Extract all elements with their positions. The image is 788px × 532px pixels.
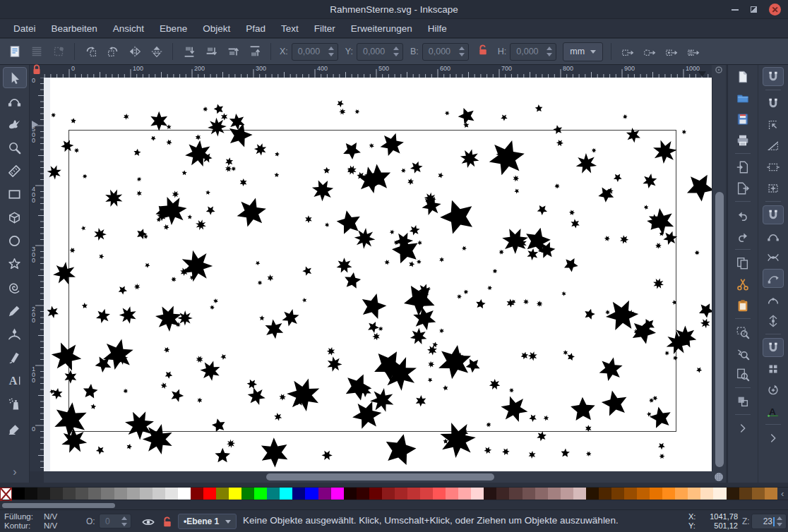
lower-button[interactable]: [200, 42, 222, 62]
palette-swatch[interactable]: [382, 488, 395, 500]
palette-swatch[interactable]: [765, 488, 777, 500]
layer-visibility-toggle[interactable]: [141, 515, 155, 532]
palette-swatch[interactable]: [395, 488, 407, 500]
vertical-ruler[interactable]: 6005004003002001000: [30, 78, 44, 471]
close-button[interactable]: ✕: [769, 4, 781, 16]
snap-object-centers-toggle[interactable]: [763, 359, 784, 378]
layer-lock-toggle[interactable]: [160, 515, 174, 532]
palette-swatch[interactable]: [12, 488, 25, 500]
commands-overflow-button[interactable]: [732, 418, 753, 437]
horizontal-scroll-thumb[interactable]: [266, 473, 494, 480]
print-button[interactable]: [732, 131, 753, 150]
palette-swatch[interactable]: [611, 488, 624, 500]
selector-tool[interactable]: [3, 67, 27, 88]
palette-swatch[interactable]: [292, 488, 305, 500]
spray-tool[interactable]: [3, 393, 27, 414]
palette-swatch[interactable]: [586, 488, 599, 500]
vertical-scrollbar[interactable]: [712, 78, 726, 471]
snap-bbox-centers-toggle[interactable]: [763, 179, 784, 198]
palette-swatch[interactable]: [369, 488, 382, 500]
palette-swatch[interactable]: [76, 488, 88, 500]
palette-scrollbar[interactable]: [0, 502, 788, 509]
snap-bbox-toggle[interactable]: [763, 94, 784, 113]
palette-swatch[interactable]: [496, 488, 509, 500]
duplicate-button[interactable]: [732, 392, 753, 411]
snap-overflow-button[interactable]: [763, 428, 784, 447]
palette-swatch[interactable]: [713, 488, 726, 500]
palette-swatch[interactable]: [165, 488, 178, 500]
palette-swatch[interactable]: [700, 488, 713, 500]
raise-button[interactable]: [222, 42, 244, 62]
zoom-selection-button[interactable]: [732, 322, 753, 341]
menu-item-filter[interactable]: Filter: [306, 20, 343, 37]
width-input[interactable]: 0,000: [422, 43, 469, 61]
star-tool[interactable]: [3, 253, 27, 274]
zoom-page-button[interactable]: [732, 365, 753, 384]
vertical-scroll-thumb[interactable]: [715, 192, 724, 467]
import-button[interactable]: [732, 157, 753, 176]
menu-item-datei[interactable]: Datei: [6, 20, 44, 37]
zoom-tool[interactable]: [3, 137, 27, 158]
layer-dropdown[interactable]: •Ebene 1: [178, 514, 237, 529]
palette-swatch[interactable]: [535, 488, 548, 500]
palette-swatch[interactable]: [548, 488, 561, 500]
scale-stroke-toggle[interactable]: [616, 42, 638, 62]
palette-swatch[interactable]: [675, 488, 688, 500]
lock-ratio-icon[interactable]: [472, 42, 494, 62]
menu-item-hilfe[interactable]: Hilfe: [420, 20, 455, 37]
text-tool[interactable]: A: [3, 370, 27, 391]
menu-item-ansicht[interactable]: Ansicht: [105, 20, 152, 37]
eraser-tool[interactable]: [3, 416, 27, 437]
rotate-cw-button[interactable]: [102, 42, 124, 62]
snap-others-toggle[interactable]: [763, 338, 784, 357]
horizontal-ruler[interactable]: 01002003004005006007008009001000: [44, 65, 712, 78]
palette-swatch[interactable]: [471, 488, 484, 500]
palette-swatch[interactable]: [357, 488, 369, 500]
palette-swatch[interactable]: [280, 488, 292, 500]
palette-swatch[interactable]: [191, 488, 203, 500]
quick-zoom-corner[interactable]: [712, 471, 726, 483]
snap-bbox-edges-toggle[interactable]: [763, 157, 784, 176]
palette-swatch[interactable]: [727, 488, 739, 500]
palette-swatch[interactable]: [140, 488, 153, 500]
y-input[interactable]: 0,000: [357, 43, 403, 61]
zoom-input[interactable]: 23: [751, 514, 787, 529]
scale-gradient-toggle[interactable]: [660, 42, 682, 62]
copy-button[interactable]: [732, 253, 753, 272]
palette-swatch[interactable]: [331, 488, 344, 500]
palette-swatch[interactable]: [458, 488, 471, 500]
calligraphy-tool[interactable]: [3, 346, 27, 368]
palette-swatch[interactable]: [267, 488, 280, 500]
x-input[interactable]: 0,000: [292, 43, 338, 61]
snap-smooth-nodes-toggle[interactable]: [763, 290, 784, 309]
snap-text-baseline-toggle[interactable]: A: [763, 401, 784, 421]
palette-swatch[interactable]: [662, 488, 675, 500]
palette-swatch[interactable]: [433, 488, 446, 500]
palette-swatch[interactable]: [37, 488, 50, 500]
palette-swatch[interactable]: [203, 488, 216, 500]
palette-scroll-thumb[interactable]: [2, 503, 115, 508]
palette-swatch[interactable]: [318, 488, 331, 500]
bezier-pen-tool[interactable]: [3, 323, 27, 344]
unit-dropdown[interactable]: mm: [563, 42, 603, 61]
palette-swatch[interactable]: [446, 488, 458, 500]
palette-swatch[interactable]: [561, 488, 573, 500]
select-all-button[interactable]: [4, 42, 25, 62]
ellipse-tool[interactable]: [3, 230, 27, 251]
palette-swatch[interactable]: [50, 488, 63, 500]
snap-midpoints-toggle[interactable]: [763, 311, 784, 330]
raise-to-top-button[interactable]: [244, 42, 265, 62]
palette-swatch[interactable]: [739, 488, 752, 500]
snap-nodes-toggle[interactable]: [763, 205, 784, 224]
menu-item-bearbeiten[interactable]: Bearbeiten: [44, 20, 105, 37]
opacity-input[interactable]: 0: [99, 514, 131, 528]
scale-corners-toggle[interactable]: [638, 42, 660, 62]
palette-none-swatch[interactable]: [0, 488, 12, 500]
snap-cusp-nodes-toggle[interactable]: [763, 269, 784, 288]
restore-button[interactable]: [751, 6, 757, 13]
lower-to-bottom-button[interactable]: [178, 42, 200, 62]
toolbox-overflow-button[interactable]: ›: [0, 466, 30, 478]
export-button[interactable]: [732, 179, 753, 198]
palette-swatch[interactable]: [407, 488, 420, 500]
cut-button[interactable]: [732, 274, 753, 294]
